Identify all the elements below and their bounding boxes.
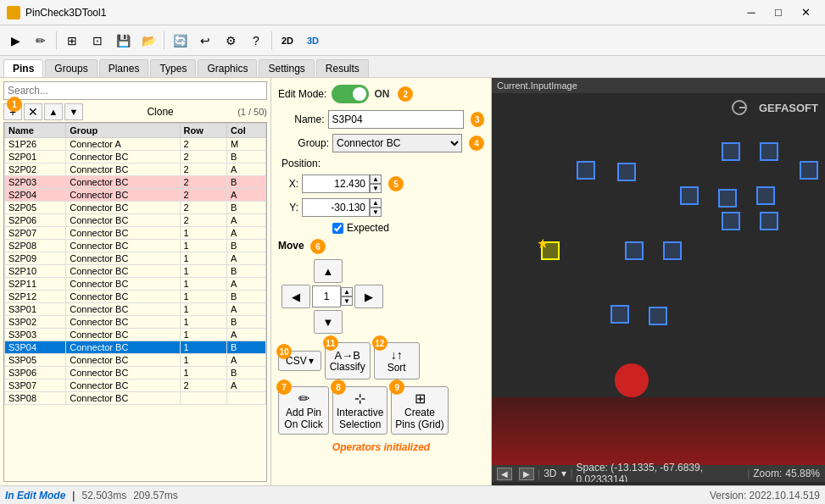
table-row[interactable]: S2P11Connector BC1A: [5, 278, 266, 291]
sort-container: ↓↑ Sort 12: [374, 342, 420, 379]
col-header-row[interactable]: Row: [180, 124, 226, 138]
cell-group: Connector BC: [66, 227, 180, 240]
refresh-button[interactable]: 🔄: [168, 30, 192, 52]
main-layout: + ✕ ▲ ▼ 1 Clone (1 / 50) Name Group Row: [0, 78, 825, 485]
badge-10: 10: [276, 344, 292, 359]
x-input[interactable]: [302, 174, 370, 193]
list-toolbar-wrap: + ✕ ▲ ▼ 1 Clone (1 / 50): [3, 103, 267, 120]
move-left-button[interactable]: ◀: [282, 285, 310, 308]
create-pins-container: ⊞ CreatePins (Grid) 9: [391, 386, 448, 435]
badge-1: 1: [7, 97, 22, 112]
viewport-mode-dropdown[interactable]: ▾: [561, 468, 566, 479]
save-button[interactable]: 💾: [111, 30, 135, 52]
add-pin-icon: ✏: [298, 390, 309, 407]
tab-pins[interactable]: Pins: [3, 59, 43, 77]
tab-groups[interactable]: Groups: [45, 59, 97, 77]
tab-results[interactable]: Results: [316, 59, 369, 77]
pin-marker-1: [577, 161, 595, 180]
mode-2d-button[interactable]: 2D: [276, 30, 299, 52]
col-header-col[interactable]: Col: [227, 124, 266, 138]
edit-mode-label: Edit Mode:: [278, 88, 326, 100]
name-input[interactable]: [328, 110, 464, 129]
table-row[interactable]: S2P01Connector BC2B: [5, 151, 266, 163]
col-header-group[interactable]: Group: [66, 124, 180, 138]
group-select[interactable]: Connector BC Connector A: [332, 134, 462, 152]
move-down-button[interactable]: ▼: [64, 103, 83, 120]
sort-label: Sort: [387, 362, 406, 374]
pin-marker-4: [718, 189, 737, 208]
cell-row: 2: [180, 151, 226, 163]
mode-3d-button[interactable]: 3D: [301, 30, 325, 52]
y-spin-down[interactable]: ▼: [370, 208, 382, 217]
table-row[interactable]: S3P08Connector BC: [5, 392, 266, 405]
table-row[interactable]: S2P09Connector BC1A: [5, 252, 266, 265]
csv-container: CSV ▾ 10: [278, 351, 321, 371]
search-input[interactable]: [3, 81, 267, 100]
table-row[interactable]: S2P05Connector BC2B: [5, 202, 266, 214]
cell-name: S2P04: [5, 189, 66, 202]
status-text: Operators initialized: [278, 441, 484, 453]
expected-label: Expected: [347, 222, 389, 234]
run-button[interactable]: ▶: [3, 30, 27, 52]
step-up[interactable]: ▲: [341, 287, 353, 296]
tab-types[interactable]: Types: [150, 59, 196, 77]
cell-name: S2P03: [5, 176, 66, 189]
x-spin-up[interactable]: ▲: [370, 174, 382, 184]
minimize-button[interactable]: ─: [739, 3, 764, 22]
maximize-button[interactable]: □: [766, 3, 791, 22]
table-row[interactable]: S3P04Connector BC1B: [5, 341, 266, 354]
tab-graphics[interactable]: Graphics: [198, 59, 257, 77]
table-row[interactable]: S3P03Connector BC1A: [5, 329, 266, 341]
help-button[interactable]: ?: [244, 30, 268, 52]
table-row[interactable]: S3P05Connector BC1A: [5, 354, 266, 367]
x-spin-down[interactable]: ▼: [370, 184, 382, 193]
scroll-right-button[interactable]: ▶: [519, 468, 534, 480]
delete-pin-button[interactable]: ✕: [24, 103, 42, 120]
cell-group: Connector BC: [66, 265, 180, 278]
pin-table: Name Group Row Col S1P26Connector A2MS2P…: [4, 123, 266, 405]
pin-marker-r3: [722, 212, 740, 230]
y-spin-up[interactable]: ▲: [370, 198, 382, 208]
layout-button[interactable]: ⊡: [86, 30, 109, 52]
table-row[interactable]: S2P08Connector BC1B: [5, 240, 266, 252]
cell-group: Connector BC: [66, 303, 180, 316]
table-row[interactable]: S3P07Connector BC2A: [5, 379, 266, 392]
viewport-canvas[interactable]: GEFASOFT ★: [492, 93, 825, 482]
open-button[interactable]: 📂: [137, 30, 160, 52]
tab-settings[interactable]: Settings: [259, 59, 314, 77]
cell-name: S3P03: [5, 329, 66, 341]
badge-11: 11: [323, 335, 338, 351]
cell-group: Connector BC: [66, 329, 180, 341]
table-row[interactable]: S1P26Connector A2M: [5, 138, 266, 151]
move-down-button-ctrl[interactable]: ▼: [314, 310, 343, 334]
move-up-button-ctrl[interactable]: ▲: [314, 259, 343, 283]
cell-group: Connector BC: [66, 189, 180, 202]
edit-mode-toggle[interactable]: [332, 85, 369, 103]
step-down[interactable]: ▼: [341, 296, 353, 306]
table-row[interactable]: S2P10Connector BC1B: [5, 265, 266, 278]
table-row[interactable]: S2P02Connector BC2A: [5, 163, 266, 176]
undo-button[interactable]: ↩: [193, 30, 217, 52]
table-row[interactable]: S2P06Connector BC2A: [5, 214, 266, 227]
step-input[interactable]: [312, 285, 341, 307]
grid-button[interactable]: ⊞: [60, 30, 84, 52]
scroll-left-button[interactable]: ◀: [497, 468, 512, 480]
table-row[interactable]: S2P07Connector BC1A: [5, 227, 266, 240]
table-row[interactable]: S2P04Connector BC2A: [5, 189, 266, 202]
col-header-name[interactable]: Name: [5, 124, 66, 138]
cell-name: S2P10: [5, 265, 66, 278]
table-row[interactable]: S3P02Connector BC1B: [5, 316, 266, 329]
badge-6: 6: [310, 239, 326, 254]
edit-button[interactable]: ✏: [29, 30, 53, 52]
move-up-button[interactable]: ▲: [44, 103, 63, 120]
y-input[interactable]: [302, 198, 370, 217]
move-right-button[interactable]: ▶: [354, 285, 383, 308]
table-row[interactable]: S2P12Connector BC1B: [5, 291, 266, 303]
expected-checkbox[interactable]: [332, 223, 343, 234]
tab-planes[interactable]: Planes: [99, 59, 149, 77]
close-button[interactable]: ✕: [793, 3, 818, 22]
table-row[interactable]: S3P06Connector BC1B: [5, 367, 266, 379]
table-row[interactable]: S2P03Connector BC2B: [5, 176, 266, 189]
settings-button[interactable]: ⚙: [219, 30, 242, 52]
table-row[interactable]: S3P01Connector BC1A: [5, 303, 266, 316]
